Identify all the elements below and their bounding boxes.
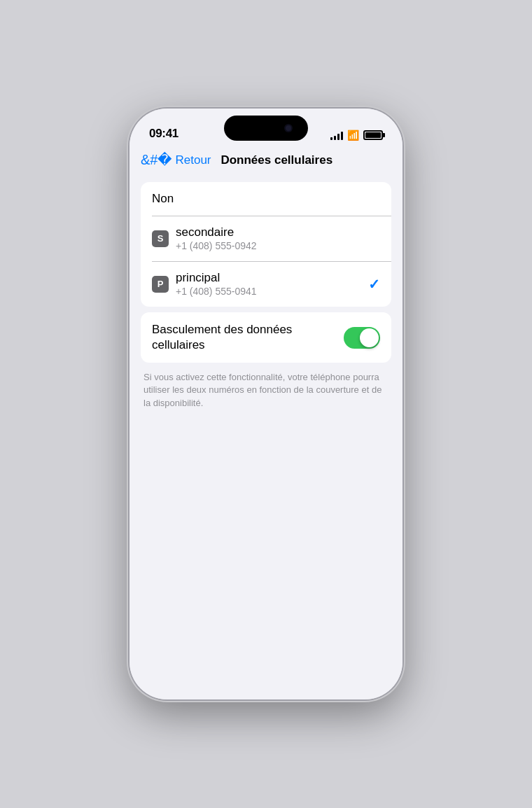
camera-icon [284, 124, 293, 132]
sim-badge-p: P [152, 276, 169, 293]
screen: 09:41 📶 &#� Retour [130, 109, 402, 699]
dynamic-island [224, 116, 308, 141]
status-bar: 09:41 📶 [130, 109, 402, 146]
sim-row-principal[interactable]: P principal +1 (408) 555-0941 ✓ [141, 261, 391, 307]
help-text: Si vous activez cette fonctionnalité, vo… [141, 368, 391, 415]
sim-name-secondaire: secondaire [176, 225, 257, 239]
chevron-left-icon: &#� [141, 151, 172, 168]
back-label[interactable]: Retour [175, 153, 211, 167]
selected-checkmark: ✓ [368, 276, 380, 293]
status-icons: 📶 [330, 130, 383, 141]
status-time: 09:41 [149, 127, 178, 141]
sim-number-principal: +1 (408) 555-0941 [176, 286, 257, 297]
phone-frame: 09:41 📶 &#� Retour [130, 109, 402, 699]
back-button[interactable]: &#� Retour [141, 152, 211, 168]
signal-icon [330, 130, 343, 140]
toggle-knob [360, 328, 379, 347]
data-switching-toggle[interactable] [344, 327, 380, 349]
none-option-row[interactable]: Non [141, 182, 391, 216]
content-area: Non S secondaire +1 (408) 555-0942 [130, 176, 402, 699]
none-label: Non [152, 192, 174, 206]
battery-icon [363, 130, 383, 140]
sim-name-principal: principal [176, 271, 257, 285]
sim-row-secondaire[interactable]: S secondaire +1 (408) 555-0942 [141, 216, 391, 261]
toggle-label: Basculement des données cellulaires [152, 322, 344, 353]
data-switching-card: Basculement des données cellulaires [141, 312, 391, 363]
nav-bar: &#� Retour Données cellulaires [130, 146, 402, 176]
sim-selection-card: Non S secondaire +1 (408) 555-0942 [141, 182, 391, 307]
sim-number-secondaire: +1 (408) 555-0942 [176, 240, 257, 251]
page-title: Données cellulaires [211, 153, 343, 167]
sim-badge-s: S [152, 230, 169, 247]
wifi-icon: 📶 [347, 130, 359, 141]
